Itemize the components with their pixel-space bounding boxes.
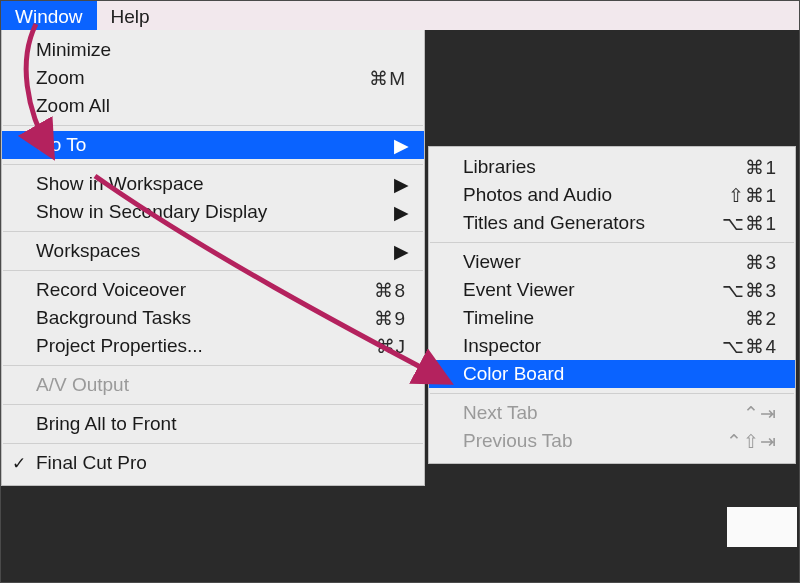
submenu-arrow-icon: ▶ [394,173,406,196]
background-panel-fragment [727,507,797,547]
menu-item-titles-and-generators[interactable]: Titles and Generators ⌥⌘1 [429,209,795,237]
menu-separator [3,270,423,271]
menu-item-shortcut: ⌘8 [374,279,406,302]
menubar: Window Help [1,1,799,30]
menu-item-shortcut: ⌥⌘3 [722,279,777,302]
menu-item-bring-all-to-front[interactable]: Bring All to Front [2,410,424,438]
menu-item-shortcut: ⇧⌘1 [728,184,777,207]
menu-item-shortcut: ⌘M [369,67,406,90]
menu-item-shortcut: ⌘J [376,335,407,358]
menu-item-label: Next Tab [463,402,715,424]
submenu-arrow-icon: ▶ [394,134,406,157]
menu-separator [3,231,423,232]
menubar-item-window[interactable]: Window [1,1,97,30]
submenu-arrow-icon: ▶ [394,201,406,224]
menu-item-timeline[interactable]: Timeline ⌘2 [429,304,795,332]
menu-item-label: Viewer [463,251,717,273]
menu-item-label: Inspector [463,335,694,357]
menu-item-final-cut-pro[interactable]: ✓ Final Cut Pro [2,449,424,477]
menu-item-label: Photos and Audio [463,184,700,206]
menu-item-shortcut: ⌥⌘1 [722,212,777,235]
submenu-arrow-icon: ▶ [394,240,406,263]
menu-item-shortcut: ⌘1 [745,156,777,179]
menu-item-next-tab: Next Tab ⌃⇥ [429,399,795,427]
menu-item-show-in-workspace[interactable]: Show in Workspace ▶ [2,170,424,198]
go-to-submenu: Libraries ⌘1 Photos and Audio ⇧⌘1 Titles… [428,146,796,464]
menu-separator [430,242,794,243]
menu-item-shortcut: ⌘2 [745,307,777,330]
menu-item-label: Zoom [36,67,341,89]
menu-item-label: Color Board [463,363,777,385]
menu-item-shortcut: ⌥⌘4 [722,335,777,358]
menu-item-previous-tab: Previous Tab ⌃⇧⇥ [429,427,795,455]
menu-item-background-tasks[interactable]: Background Tasks ⌘9 [2,304,424,332]
menu-item-label: Show in Workspace [36,173,370,195]
menu-item-workspaces[interactable]: Workspaces ▶ [2,237,424,265]
menu-item-zoom[interactable]: Zoom ⌘M [2,64,424,92]
menu-item-show-in-secondary-display[interactable]: Show in Secondary Display ▶ [2,198,424,226]
menu-separator [3,125,423,126]
window-menu: Minimize Zoom ⌘M Zoom All Go To ▶ Show i… [1,30,425,486]
menu-item-event-viewer[interactable]: Event Viewer ⌥⌘3 [429,276,795,304]
menu-item-label: Final Cut Pro [36,452,406,474]
menu-item-label: Record Voiceover [36,279,346,301]
menu-item-inspector[interactable]: Inspector ⌥⌘4 [429,332,795,360]
menu-item-label: Libraries [463,156,717,178]
menu-item-label: Timeline [463,307,717,329]
menu-item-av-output: A/V Output [2,371,424,399]
menu-item-shortcut: ⌃⇧⇥ [726,430,777,453]
menu-item-viewer[interactable]: Viewer ⌘3 [429,248,795,276]
menu-item-zoom-all[interactable]: Zoom All [2,92,424,120]
menu-item-shortcut: ⌘9 [374,307,406,330]
menu-item-label: Go To [36,134,370,156]
menu-item-color-board[interactable]: Color Board [429,360,795,388]
menu-item-label: Titles and Generators [463,212,694,234]
menu-item-label: Previous Tab [463,430,698,452]
menu-separator [430,393,794,394]
menu-item-libraries[interactable]: Libraries ⌘1 [429,153,795,181]
menu-item-label: Show in Secondary Display [36,201,370,223]
menu-separator [3,365,423,366]
menubar-item-help[interactable]: Help [97,1,164,30]
menu-item-label: Workspaces [36,240,370,262]
checkmark-icon: ✓ [12,455,26,472]
menu-item-label: Zoom All [36,95,406,117]
menu-item-label: Bring All to Front [36,413,406,435]
menu-item-label: Background Tasks [36,307,346,329]
menu-separator [3,404,423,405]
menu-item-label: Event Viewer [463,279,694,301]
menu-item-record-voiceover[interactable]: Record Voiceover ⌘8 [2,276,424,304]
menu-item-shortcut: ⌃⇥ [743,402,777,425]
menu-item-minimize[interactable]: Minimize [2,36,424,64]
menu-item-project-properties[interactable]: Project Properties... ⌘J [2,332,424,360]
menu-separator [3,164,423,165]
menu-item-photos-and-audio[interactable]: Photos and Audio ⇧⌘1 [429,181,795,209]
menu-item-shortcut: ⌘3 [745,251,777,274]
menu-item-label: A/V Output [36,374,406,396]
menu-item-label: Minimize [36,39,406,61]
menu-item-label: Project Properties... [36,335,348,357]
menu-separator [3,443,423,444]
menu-item-go-to[interactable]: Go To ▶ [2,131,424,159]
